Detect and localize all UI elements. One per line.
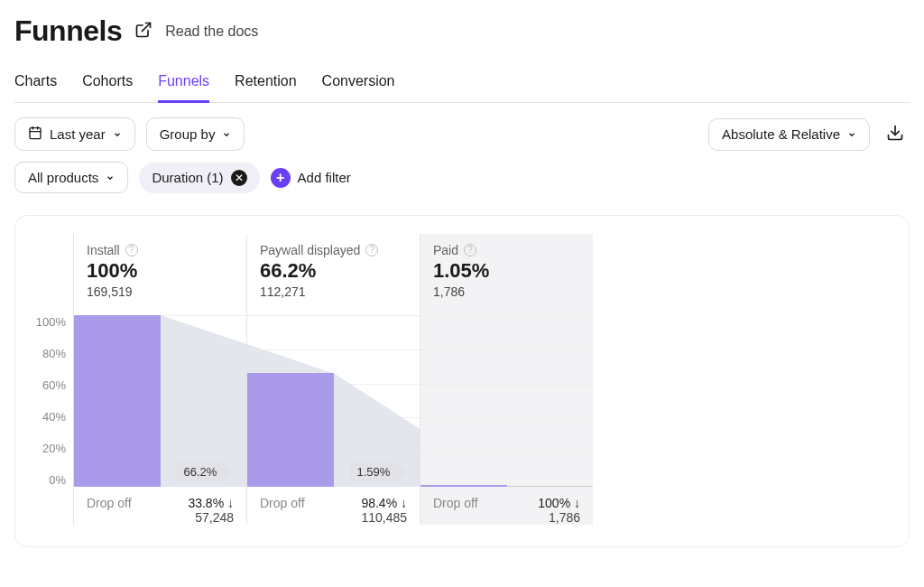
funnel-bar <box>420 485 507 487</box>
add-filter-button[interactable]: + Add filter <box>271 168 351 188</box>
step-count: 1,786 <box>433 284 580 299</box>
download-icon[interactable] <box>881 118 910 151</box>
y-tick: 100% <box>36 315 66 329</box>
funnel-bar <box>247 373 334 487</box>
step-label-text: Paid <box>433 243 458 257</box>
group-by-select[interactable]: Group by <box>146 117 245 151</box>
step-label: Paywall displayed? <box>260 243 407 257</box>
step-percent: 1.05% <box>433 259 580 283</box>
step-count: 112,271 <box>260 284 407 299</box>
step-percent: 66.2% <box>260 259 407 283</box>
tab-retention[interactable]: Retention <box>235 64 297 103</box>
y-tick: 60% <box>42 378 66 392</box>
help-icon[interactable]: ? <box>365 244 378 256</box>
date-range-select[interactable]: Last year <box>14 117 135 151</box>
drop-off-count: 110,485 <box>361 510 407 525</box>
remove-filter-icon[interactable]: ✕ <box>231 170 247 186</box>
step-label-text: Paywall displayed <box>260 243 360 257</box>
products-select[interactable]: All products <box>14 162 128 193</box>
funnel-step: Paid?1.05%1,786Drop off100% ↓1,786 <box>420 234 593 525</box>
plot-area: 66.2% <box>74 315 246 487</box>
conversion-badge: 66.2% <box>177 462 225 481</box>
step-percent: 100% <box>87 259 234 283</box>
tab-charts[interactable]: Charts <box>14 64 57 103</box>
step-label-text: Install <box>87 243 120 257</box>
calendar-icon <box>28 126 42 143</box>
chevron-down-icon <box>113 126 122 142</box>
conversion-badge: 1.59% <box>350 462 398 481</box>
help-icon[interactable]: ? <box>464 244 476 256</box>
step-label: Paid? <box>433 243 580 257</box>
help-icon[interactable]: ? <box>125 244 138 256</box>
page-title: Funnels <box>14 14 122 48</box>
plot-area <box>420 315 593 487</box>
tabs: Charts Cohorts Funnels Retention Convers… <box>14 64 910 103</box>
drop-off-label: Drop off <box>260 496 305 525</box>
display-mode-select[interactable]: Absolute & Relative <box>708 118 870 151</box>
chevron-down-icon <box>222 126 231 142</box>
y-tick: 20% <box>42 442 66 455</box>
external-link-icon[interactable] <box>134 21 152 42</box>
funnel-step: Install?100%169,51966.2%Drop off33.8% ↓5… <box>73 234 246 525</box>
step-label: Install? <box>87 243 234 257</box>
add-filter-label: Add filter <box>298 170 351 185</box>
drop-off-row: Drop off33.8% ↓57,248 <box>74 487 246 525</box>
drop-off-count: 57,248 <box>188 510 234 525</box>
filter-chip-label: Duration (1) <box>152 170 223 185</box>
funnel-bar <box>74 315 161 487</box>
funnel-steps: Install?100%169,51966.2%Drop off33.8% ↓5… <box>73 234 593 525</box>
funnel-step: Paywall displayed?66.2%112,2711.59%Drop … <box>246 234 420 525</box>
tab-conversion[interactable]: Conversion <box>322 64 395 103</box>
tab-cohorts[interactable]: Cohorts <box>82 64 133 103</box>
group-by-label: Group by <box>160 126 216 142</box>
y-tick: 0% <box>49 473 66 487</box>
drop-off-count: 1,786 <box>538 510 580 525</box>
drop-off-row: Drop off100% ↓1,786 <box>420 487 593 525</box>
svg-line-0 <box>143 23 151 31</box>
tab-funnels[interactable]: Funnels <box>158 64 209 103</box>
plus-icon: + <box>271 168 291 188</box>
chevron-down-icon <box>847 126 856 142</box>
drop-off-percent: 100% ↓ <box>538 496 580 510</box>
y-axis: 100% 80% 60% 40% 20% 0% <box>32 234 73 487</box>
drop-off-label: Drop off <box>87 496 132 525</box>
svg-rect-1 <box>30 128 41 139</box>
drop-off-percent: 33.8% ↓ <box>188 496 234 510</box>
drop-off-label: Drop off <box>433 496 478 525</box>
plot-area: 1.59% <box>247 315 420 487</box>
read-docs-link[interactable]: Read the docs <box>165 23 258 40</box>
products-label: All products <box>28 170 98 185</box>
display-mode-label: Absolute & Relative <box>722 126 840 142</box>
y-tick: 80% <box>42 347 66 360</box>
y-tick: 40% <box>42 410 66 424</box>
step-count: 169,519 <box>87 284 234 299</box>
filter-chip-duration[interactable]: Duration (1) ✕ <box>139 163 259 193</box>
funnel-chart-card: 100% 80% 60% 40% 20% 0% Install?100%169,… <box>14 215 910 547</box>
drop-off-percent: 98.4% ↓ <box>361 496 407 510</box>
drop-off-row: Drop off98.4% ↓110,485 <box>247 487 420 525</box>
date-range-label: Last year <box>50 126 106 142</box>
chevron-down-icon <box>106 170 115 185</box>
